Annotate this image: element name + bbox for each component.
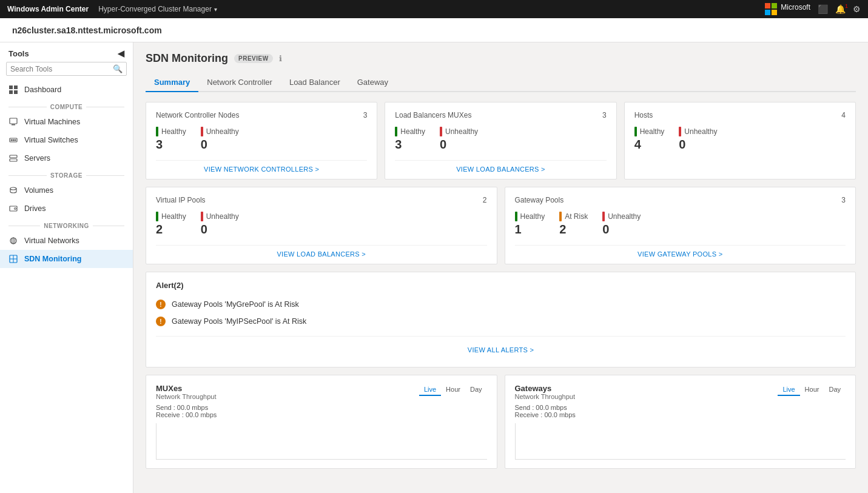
cluster-manager[interactable]: Hyper-Converged Cluster Manager ▾ bbox=[98, 5, 217, 13]
chart-muxes-subtitle: Network Throughput bbox=[156, 393, 216, 400]
lb-unhealthy-label: Unhealthy bbox=[440, 127, 478, 136]
nc-healthy-stat: Healthy 3 bbox=[156, 127, 186, 152]
tab-load-balancer[interactable]: Load Balancer bbox=[281, 73, 349, 92]
svg-point-11 bbox=[11, 139, 13, 141]
chart-muxes-header: MUXes Network Throughput Live Hour Day bbox=[156, 384, 487, 400]
sdn-icon bbox=[8, 254, 18, 264]
microsoft-logo: Microsoft bbox=[765, 3, 810, 15]
nc-view-link[interactable]: VIEW NETWORK CONTROLLERS > bbox=[156, 160, 367, 173]
alert-text-2: Gateway Pools 'MyIPSecPool' is At Risk bbox=[172, 317, 306, 326]
hosts-unhealthy-value: 0 bbox=[679, 138, 717, 152]
card-hosts-title: Hosts bbox=[634, 111, 653, 119]
cards-row-1: Network Controller Nodes 3 Healthy 3 bbox=[146, 102, 856, 179]
chart-muxes-tab-live[interactable]: Live bbox=[419, 384, 441, 396]
nc-unhealthy-label: Unhealthy bbox=[201, 127, 239, 136]
lb-unhealthy-bar bbox=[440, 127, 442, 136]
bell-icon[interactable]: 🔔1 bbox=[835, 4, 846, 14]
sidebar-item-sdn-monitoring[interactable]: SDN Monitoring bbox=[0, 250, 133, 268]
gp-unhealthy-stat: Unhealthy 0 bbox=[602, 212, 641, 236]
chart-gateways-header: Gateways Network Throughput Live Hour Da… bbox=[515, 384, 846, 400]
lb-healthy-bar bbox=[395, 127, 397, 136]
chart-muxes-tab-day[interactable]: Day bbox=[465, 384, 487, 396]
card-hosts-count: 4 bbox=[841, 111, 846, 119]
svg-rect-14 bbox=[10, 155, 17, 158]
card-gp-stats: Healthy 1 At Risk 2 Un bbox=[515, 212, 846, 236]
gp-at-risk-bar bbox=[559, 212, 562, 221]
chart-gateways-send: Send : 00.0 mbps bbox=[515, 404, 846, 411]
sidebar-item-virtual-switches[interactable]: Virtual Switches bbox=[0, 131, 133, 149]
chart-gateways-tab-hour[interactable]: Hour bbox=[800, 384, 824, 396]
page-title: SDN Monitoring bbox=[146, 52, 228, 65]
svg-point-18 bbox=[15, 208, 16, 210]
sidebar-search-container[interactable]: 🔍 bbox=[6, 62, 127, 76]
chart-muxes-time-tabs: Live Hour Day bbox=[419, 384, 487, 396]
server-icon bbox=[8, 153, 18, 163]
card-network-controller-nodes: Network Controller Nodes 3 Healthy 3 bbox=[146, 102, 377, 179]
vip-view-link[interactable]: VIEW LOAD BALANCERS > bbox=[156, 245, 487, 258]
svg-rect-9 bbox=[12, 124, 15, 126]
settings-icon[interactable]: ⚙ bbox=[853, 4, 861, 14]
sidebar-item-label-sdn: SDN Monitoring bbox=[24, 255, 81, 263]
svg-rect-15 bbox=[10, 159, 17, 161]
sidebar: Tools ◀ 🔍 Dashboard COMPUTE Virtual Mach… bbox=[0, 42, 133, 493]
sidebar-item-dashboard[interactable]: Dashboard bbox=[0, 81, 133, 99]
nc-healthy-label: Healthy bbox=[156, 127, 186, 136]
vip-healthy-value: 2 bbox=[156, 223, 186, 236]
sidebar-item-drives[interactable]: Drives bbox=[0, 200, 133, 218]
vip-unhealthy-value: 0 bbox=[201, 223, 239, 236]
card-gp-count: 3 bbox=[841, 196, 846, 204]
chart-gateways-tab-live[interactable]: Live bbox=[778, 384, 799, 396]
svg-rect-1 bbox=[772, 3, 777, 8]
sidebar-item-label-vms: Virtual Machines bbox=[24, 118, 80, 126]
gp-view-link[interactable]: VIEW GATEWAY POOLS > bbox=[515, 245, 846, 258]
tab-network-controller[interactable]: Network Controller bbox=[198, 73, 281, 92]
nc-unhealthy-stat: Unhealthy 0 bbox=[201, 127, 239, 152]
gp-unhealthy-bar bbox=[602, 212, 605, 221]
gp-healthy-label: Healthy bbox=[515, 212, 545, 221]
sidebar-item-label-drives: Drives bbox=[24, 204, 45, 213]
vip-unhealthy-bar bbox=[201, 212, 203, 221]
hosts-unhealthy-stat: Unhealthy 0 bbox=[679, 127, 717, 152]
hosts-healthy-value: 4 bbox=[634, 138, 665, 152]
chart-muxes-tab-hour[interactable]: Hour bbox=[441, 384, 465, 396]
sidebar-item-virtual-networks[interactable]: Virtual Networks bbox=[0, 232, 133, 250]
svg-point-16 bbox=[10, 187, 16, 190]
tab-gateway[interactable]: Gateway bbox=[349, 73, 397, 92]
gp-at-risk-label: At Risk bbox=[559, 212, 588, 221]
search-input[interactable] bbox=[10, 65, 113, 73]
card-hosts-stats: Healthy 4 Unhealthy 0 bbox=[634, 127, 846, 152]
vip-healthy-label: Healthy bbox=[156, 212, 186, 221]
compute-section-label: COMPUTE bbox=[0, 99, 133, 113]
microsoft-text: Microsoft bbox=[781, 3, 810, 15]
collapse-icon[interactable]: ◀ bbox=[118, 49, 124, 58]
alert-card: Alert(2) ! Gateway Pools 'MyGrePool' is … bbox=[146, 272, 856, 367]
topbar: Windows Admin Center Hyper-Converged Clu… bbox=[0, 0, 868, 18]
monitor-icon[interactable]: ⬛ bbox=[818, 4, 828, 14]
chart-muxes-stats: Send : 00.0 mbps Receive : 00.0 mbps bbox=[156, 404, 487, 418]
card-gateway-pools: Gateway Pools 3 Healthy 1 At R bbox=[505, 187, 856, 264]
chevron-down-icon: ▾ bbox=[214, 6, 217, 13]
tab-summary[interactable]: Summary bbox=[146, 73, 198, 92]
chart-muxes-area bbox=[156, 423, 487, 460]
sidebar-item-virtual-machines[interactable]: Virtual Machines bbox=[0, 113, 133, 131]
svg-point-12 bbox=[13, 139, 15, 141]
nc-unhealthy-bar bbox=[201, 127, 203, 136]
chart-gateways-tab-day[interactable]: Day bbox=[824, 384, 846, 396]
chart-muxes-title-block: MUXes Network Throughput bbox=[156, 384, 216, 400]
lb-healthy-label: Healthy bbox=[395, 127, 425, 136]
card-gp-header: Gateway Pools 3 bbox=[515, 196, 846, 204]
hosts-healthy-stat: Healthy 4 bbox=[634, 127, 665, 152]
drives-icon bbox=[8, 204, 18, 213]
storage-section-label: STORAGE bbox=[0, 167, 133, 181]
sidebar-item-volumes[interactable]: Volumes bbox=[0, 181, 133, 200]
network-icon bbox=[8, 236, 18, 246]
view-all-alerts-link[interactable]: VIEW ALL ALERTS > bbox=[156, 336, 846, 358]
sidebar-header: Tools ◀ bbox=[0, 42, 133, 62]
gp-healthy-value: 1 bbox=[515, 223, 545, 236]
svg-rect-5 bbox=[14, 86, 18, 89]
nc-healthy-value: 3 bbox=[156, 138, 186, 152]
lb-view-link[interactable]: VIEW LOAD BALANCERS > bbox=[395, 160, 606, 173]
preview-info-icon[interactable]: ℹ bbox=[279, 54, 282, 63]
sidebar-item-servers[interactable]: Servers bbox=[0, 149, 133, 167]
alert-item-2: ! Gateway Pools 'MyIPSecPool' is At Risk bbox=[156, 313, 846, 330]
